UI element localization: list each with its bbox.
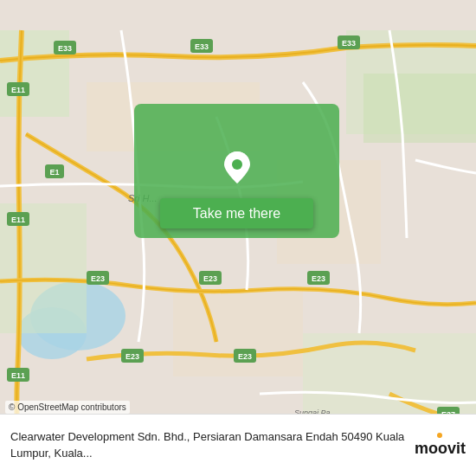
- svg-text:E23: E23: [238, 352, 252, 361]
- location-pin-icon: [218, 149, 256, 187]
- map-container: E33 E33 E33 E11 E11 E11 E1 E23 E23 E23: [0, 0, 476, 476]
- svg-rect-9: [173, 290, 303, 376]
- svg-text:E23: E23: [125, 352, 139, 361]
- moovit-logo: moovit: [415, 433, 466, 458]
- svg-text:E23: E23: [91, 274, 105, 283]
- address-text: Clearwater Development Sdn. Bhd., Persia…: [10, 429, 406, 460]
- svg-text:E1: E1: [49, 168, 59, 177]
- svg-text:E11: E11: [11, 371, 25, 380]
- svg-text:E33: E33: [195, 42, 209, 51]
- moovit-dot: [437, 433, 442, 438]
- svg-text:E11: E11: [11, 86, 25, 94]
- svg-text:E33: E33: [58, 44, 72, 53]
- svg-text:E23: E23: [312, 274, 325, 283]
- map-attribution: © OpenStreetMap contributors: [5, 401, 130, 414]
- svg-rect-5: [363, 74, 476, 143]
- svg-text:E33: E33: [342, 39, 356, 48]
- svg-text:E23: E23: [203, 274, 217, 283]
- svg-point-40: [232, 159, 242, 170]
- moovit-brand-text: moovit: [415, 440, 466, 458]
- take-me-there-button[interactable]: Take me there: [160, 198, 313, 228]
- info-bar: Clearwater Development Sdn. Bhd., Persia…: [0, 414, 476, 476]
- svg-text:E11: E11: [11, 215, 25, 224]
